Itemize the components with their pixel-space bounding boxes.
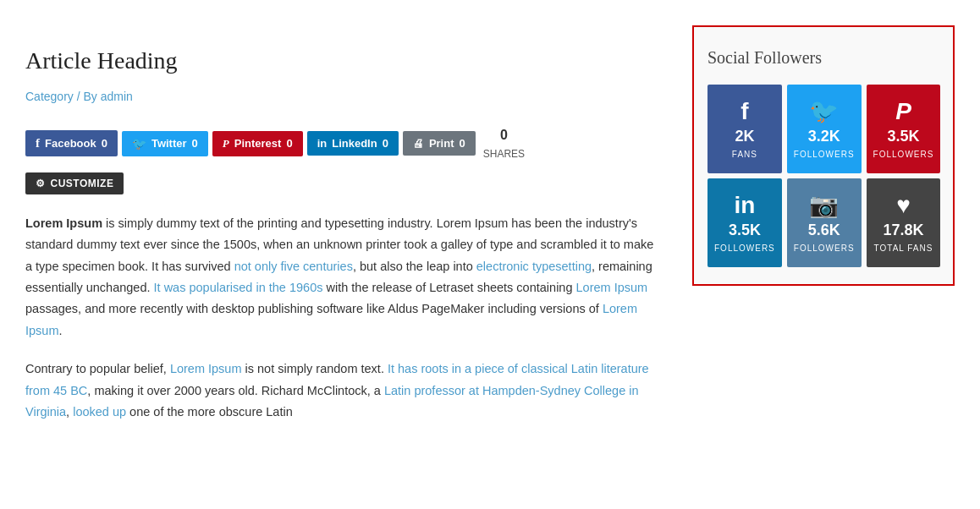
inline-link-9[interactable]: looked up: [73, 405, 126, 419]
social-followers-widget: Social Followers f 2K FANS 🐦 3.2K FOLLOW…: [692, 25, 955, 286]
total-fans-count: 17.8K: [883, 222, 923, 239]
page-wrapper: Article Heading Category / By admin f Fa…: [0, 0, 980, 457]
share-print-button[interactable]: 🖨 Print 0: [403, 131, 476, 156]
social-card-instagram[interactable]: 📷 5.6K FOLLOWERS: [787, 178, 862, 267]
facebook-fans-count: 2K: [735, 129, 754, 145]
linkedin-icon: in: [317, 137, 328, 150]
inline-link-6[interactable]: Lorem Ipsum: [170, 362, 242, 375]
social-grid: f 2K FANS 🐦 3.2K FOLLOWERS P 3.5K FOLLOW…: [707, 85, 939, 267]
pinterest-followers-label: FOLLOWERS: [873, 148, 934, 161]
main-content: Article Heading Category / By admin f Fa…: [25, 17, 658, 440]
print-label: Print: [429, 137, 454, 150]
instagram-followers-count: 5.6K: [808, 222, 840, 239]
pinterest-followers-count: 3.5K: [887, 129, 919, 145]
lorem-ipsum-bold: Lorem Ipsum: [25, 216, 102, 230]
gear-icon: ⚙: [36, 178, 46, 189]
twitter-followers-count: 3.2K: [808, 129, 840, 145]
social-card-pinterest[interactable]: P 3.5K FOLLOWERS: [867, 85, 941, 173]
widget-title: Social Followers: [707, 44, 939, 71]
category-link[interactable]: Category / By admin: [25, 90, 133, 103]
print-icon: 🖨: [413, 137, 424, 150]
customize-button[interactable]: ⚙ CUSTOMIZE: [25, 172, 124, 194]
share-pinterest-button[interactable]: P Pinterest 0: [212, 131, 303, 156]
facebook-social-icon: f: [741, 100, 748, 123]
article-heading: Article Heading: [25, 42, 658, 80]
facebook-icon: f: [36, 136, 40, 151]
twitter-icon: 🐦: [132, 137, 146, 151]
inline-link-3[interactable]: It was popularised in the 1960s: [154, 281, 323, 294]
linkedin-followers-label: FOLLOWERS: [714, 242, 775, 255]
share-buttons-bar: f Facebook 0 🐦 Twitter 0 P Pinterest 0 i…: [25, 124, 658, 162]
linkedin-count: 0: [383, 137, 388, 150]
social-card-linkedin[interactable]: in 3.5K FOLLOWERS: [707, 178, 782, 267]
sidebar: Social Followers f 2K FANS 🐦 3.2K FOLLOW…: [692, 17, 955, 440]
social-card-total-fans[interactable]: ♥ 17.8K TOTAL FANS: [867, 178, 941, 267]
twitter-social-icon: 🐦: [809, 100, 839, 123]
heart-icon: ♥: [896, 194, 911, 217]
facebook-count: 0: [102, 137, 107, 150]
twitter-followers-label: FOLLOWERS: [794, 148, 855, 161]
shares-label: SHARES: [483, 146, 525, 162]
linkedin-followers-count: 3.5K: [729, 222, 761, 239]
total-fans-label: TOTAL FANS: [874, 242, 933, 255]
pinterest-social-icon: P: [895, 100, 911, 123]
twitter-count: 0: [192, 137, 198, 150]
total-shares: 0 SHARES: [483, 124, 525, 162]
twitter-label: Twitter: [151, 137, 187, 150]
social-card-twitter[interactable]: 🐦 3.2K FOLLOWERS: [787, 85, 862, 173]
inline-link-4[interactable]: Lorem Ipsum: [576, 281, 648, 294]
pinterest-label: Pinterest: [234, 137, 282, 150]
article-meta: Category / By admin: [25, 87, 658, 106]
inline-link-1[interactable]: not only five centuries: [234, 260, 353, 273]
share-facebook-button[interactable]: f Facebook 0: [25, 130, 118, 156]
social-card-facebook[interactable]: f 2K FANS: [707, 85, 782, 173]
share-twitter-button[interactable]: 🐦 Twitter 0: [122, 131, 208, 156]
facebook-label: Facebook: [45, 137, 96, 150]
inline-link-2[interactable]: electronic typesetting: [476, 260, 592, 273]
customize-label: CUSTOMIZE: [51, 178, 114, 189]
linkedin-social-icon: in: [734, 194, 755, 217]
print-count: 0: [460, 137, 465, 150]
instagram-social-icon: 📷: [809, 194, 839, 217]
share-linkedin-button[interactable]: in LinkedIn 0: [307, 131, 399, 156]
facebook-fans-label: FANS: [732, 148, 757, 161]
pinterest-icon: P: [223, 137, 229, 151]
inline-link-5[interactable]: Lorem Ipsum: [25, 302, 637, 337]
linkedin-label: LinkedIn: [332, 137, 377, 150]
paragraph-2: Contrary to popular belief, Lorem Ipsum …: [25, 358, 658, 423]
shares-number: 0: [500, 124, 508, 146]
pinterest-count: 0: [286, 137, 292, 150]
paragraph-1: Lorem Ipsum is simply dummy text of the …: [25, 213, 658, 342]
article-body: Lorem Ipsum is simply dummy text of the …: [25, 213, 658, 423]
instagram-followers-label: FOLLOWERS: [794, 242, 855, 255]
